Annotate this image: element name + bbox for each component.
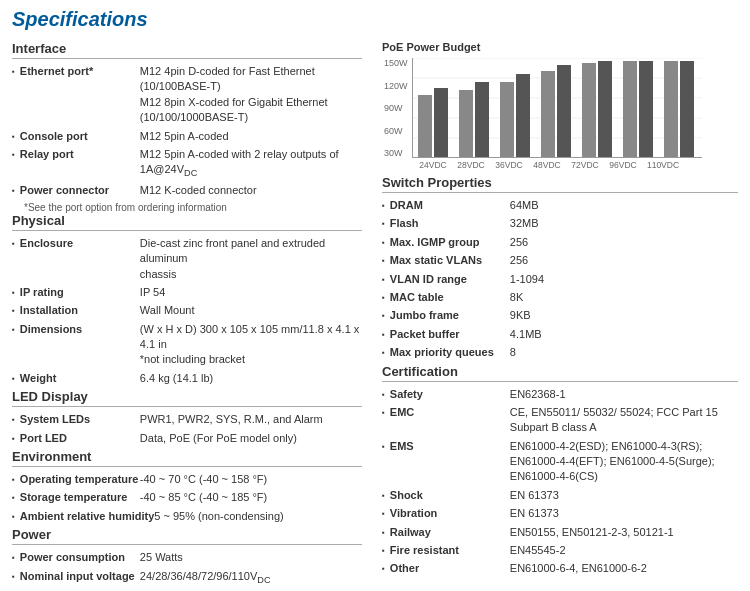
spec-label: EMC bbox=[390, 405, 510, 420]
svg-rect-7 bbox=[459, 90, 473, 158]
spec-label: Enclosure bbox=[20, 236, 140, 251]
spec-value: EN61000-4-2(ESD); EN61000-4-3(RS);EN6100… bbox=[510, 439, 715, 485]
x-label: 110VDC bbox=[642, 160, 684, 170]
section-environment: Environment Operating temperature -40 ~ … bbox=[12, 449, 362, 524]
list-item: Packet buffer 4.1MB bbox=[382, 327, 738, 342]
spec-label: Railway bbox=[390, 525, 510, 540]
spec-value: Data, PoE (For PoE model only) bbox=[140, 431, 297, 446]
spec-label: Fire resistant bbox=[390, 543, 510, 558]
spec-value: -40 ~ 70 °C (-40 ~ 158 °F) bbox=[140, 472, 267, 487]
environment-list: Operating temperature -40 ~ 70 °C (-40 ~… bbox=[12, 472, 362, 524]
spec-value: M12 K-coded connector bbox=[140, 183, 257, 198]
svg-rect-18 bbox=[680, 61, 694, 158]
spec-value: IP 54 bbox=[140, 285, 166, 300]
spec-label: Console port bbox=[20, 129, 140, 144]
spec-label: System LEDs bbox=[20, 412, 140, 427]
spec-value: 4.1MB bbox=[510, 327, 542, 342]
interface-list: Ethernet port* M12 4pin D-coded for Fast… bbox=[12, 64, 362, 199]
spec-label: VLAN ID range bbox=[390, 272, 510, 287]
spec-label: IP rating bbox=[20, 285, 140, 300]
spec-value: EN 61373 bbox=[510, 488, 559, 503]
y-label: 60W bbox=[384, 126, 408, 136]
spec-label: MAC table bbox=[390, 290, 510, 305]
list-item: Vibration EN 61373 bbox=[382, 506, 738, 521]
spec-label: Vibration bbox=[390, 506, 510, 521]
spec-value: Wall Mount bbox=[140, 303, 195, 318]
list-item: Dimensions (W x H x D) 300 x 105 x 105 m… bbox=[12, 322, 362, 368]
main-content: Interface Ethernet port* M12 4pin D-code… bbox=[12, 41, 738, 591]
list-item: Operating temperature -40 ~ 70 °C (-40 ~… bbox=[12, 472, 362, 487]
spec-label: Max static VLANs bbox=[390, 253, 510, 268]
spec-value: EN62368-1 bbox=[510, 387, 566, 402]
spec-label: Ambient relative humidity bbox=[20, 509, 154, 524]
physical-title: Physical bbox=[12, 213, 362, 231]
led-title: LED Display bbox=[12, 389, 362, 407]
environment-title: Environment bbox=[12, 449, 362, 467]
spec-value: (W x H x D) 300 x 105 x 105 mm/11.8 x 4.… bbox=[140, 322, 362, 368]
section-interface: Interface Ethernet port* M12 4pin D-code… bbox=[12, 41, 362, 213]
switch-title: Switch Properties bbox=[382, 175, 738, 193]
spec-value: EN61000-6-4, EN61000-6-2 bbox=[510, 561, 647, 576]
spec-label: DRAM bbox=[390, 198, 510, 213]
page-wrapper: Specifications Interface Ethernet port* … bbox=[0, 0, 750, 591]
svg-rect-13 bbox=[582, 63, 596, 158]
svg-rect-16 bbox=[639, 61, 653, 158]
list-item: Relay port M12 5pin A-coded with 2 relay… bbox=[12, 147, 362, 180]
list-item: VLAN ID range 1-1094 bbox=[382, 272, 738, 287]
y-label: 90W bbox=[384, 103, 408, 113]
certification-list: Safety EN62368-1 EMC CE, EN55011/ 55032/… bbox=[382, 387, 738, 577]
spec-value: 256 bbox=[510, 253, 528, 268]
svg-rect-17 bbox=[664, 61, 678, 158]
led-list: System LEDs PWR1, PWR2, SYS, R.M., and A… bbox=[12, 412, 362, 446]
svg-rect-14 bbox=[598, 61, 612, 158]
y-label: 150W bbox=[384, 58, 408, 68]
spec-value: 24/28/36/48/72/96/110VDC bbox=[140, 569, 271, 587]
section-led: LED Display System LEDs PWR1, PWR2, SYS,… bbox=[12, 389, 362, 446]
spec-label: Jumbo frame bbox=[390, 308, 510, 323]
list-item: EMS EN61000-4-2(ESD); EN61000-4-3(RS);EN… bbox=[382, 439, 738, 485]
spec-label: Packet buffer bbox=[390, 327, 510, 342]
left-column: Interface Ethernet port* M12 4pin D-code… bbox=[12, 41, 362, 591]
section-power: Power Power consumption 25 Watts Nominal… bbox=[12, 527, 362, 591]
spec-value: 32MB bbox=[510, 216, 539, 231]
certification-title: Certification bbox=[382, 364, 738, 382]
spec-value: CE, EN55011/ 55032/ 55024; FCC Part 15 S… bbox=[510, 405, 738, 436]
spec-label: Max priority queues bbox=[390, 345, 510, 360]
spec-value: 5 ~ 95% (non-condensing) bbox=[154, 509, 283, 524]
spec-label: Nominal input voltage bbox=[20, 569, 140, 584]
list-item: Flash 32MB bbox=[382, 216, 738, 231]
spec-label: Port LED bbox=[20, 431, 140, 446]
svg-rect-6 bbox=[434, 88, 448, 158]
interface-note: *See the port option from ordering infor… bbox=[24, 202, 362, 213]
list-item: Enclosure Die-cast zinc front panel and … bbox=[12, 236, 362, 282]
spec-label: Power connector bbox=[20, 183, 140, 198]
svg-rect-12 bbox=[557, 65, 571, 158]
list-item: Max static VLANs 256 bbox=[382, 253, 738, 268]
spec-label: Operating temperature bbox=[20, 472, 140, 487]
section-certification: Certification Safety EN62368-1 EMC CE, E… bbox=[382, 364, 738, 577]
spec-value: 8 bbox=[510, 345, 516, 360]
section-switch: Switch Properties DRAM 64MB Flash 32MB M… bbox=[382, 175, 738, 361]
chart-wrapper: 150W 120W 90W 60W 30W bbox=[412, 58, 738, 170]
spec-label: Relay port bbox=[20, 147, 140, 162]
list-item: Power connector M12 K-coded connector bbox=[12, 183, 362, 198]
power-title: Power bbox=[12, 527, 362, 545]
spec-label: Dimensions bbox=[20, 322, 140, 337]
spec-value: 64MB bbox=[510, 198, 539, 213]
x-axis: 24VDC 28VDC 36VDC 48VDC 72VDC 96VDC 110V… bbox=[412, 160, 738, 170]
list-item: Ambient relative humidity 5 ~ 95% (non-c… bbox=[12, 509, 362, 524]
list-item: Console port M12 5pin A-coded bbox=[12, 129, 362, 144]
svg-rect-15 bbox=[623, 61, 637, 158]
list-item: Power consumption 25 Watts bbox=[12, 550, 362, 565]
list-item: Safety EN62368-1 bbox=[382, 387, 738, 402]
spec-label: Ethernet port* bbox=[20, 64, 140, 79]
list-item: Fire resistant EN45545-2 bbox=[382, 543, 738, 558]
spec-value: EN45545-2 bbox=[510, 543, 566, 558]
list-item: DRAM 64MB bbox=[382, 198, 738, 213]
list-item: Ethernet port* M12 4pin D-coded for Fast… bbox=[12, 64, 362, 126]
svg-rect-9 bbox=[500, 82, 514, 158]
spec-value: M12 4pin D-coded for Fast Ethernet (10/1… bbox=[140, 64, 362, 126]
spec-label: Weight bbox=[20, 371, 140, 386]
y-label: 120W bbox=[384, 81, 408, 91]
spec-value: 1-1094 bbox=[510, 272, 544, 287]
